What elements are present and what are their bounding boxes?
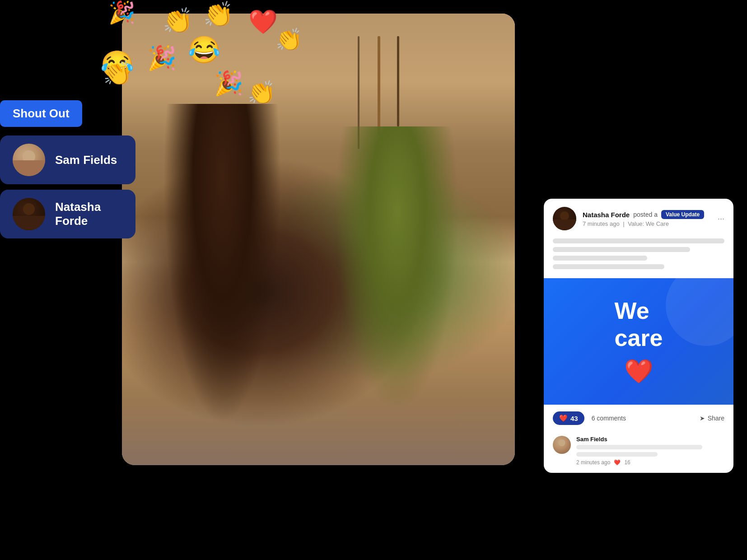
- emoji-clap-1: 👏: [163, 6, 193, 35]
- avatar-sam: [13, 144, 45, 176]
- emoji-heart-1: ❤️: [248, 8, 278, 36]
- post-author-name: Natasha Forde: [583, 211, 630, 219]
- post-more-button[interactable]: ···: [718, 214, 724, 224]
- emoji-party-2: 🎉: [147, 44, 177, 72]
- post-time: 7 minutes ago | Value: We Care: [583, 220, 711, 227]
- like-count: 43: [570, 415, 578, 422]
- we-care-text: We care: [615, 298, 663, 352]
- post-body-placeholder: [544, 235, 733, 278]
- emoji-party-3: 🎉: [214, 70, 243, 97]
- comment-author: Sam Fields: [576, 436, 724, 443]
- post-footer: ❤️ 43 6 comments ➤ Share: [544, 405, 733, 431]
- avatar-natasha: [13, 198, 45, 230]
- like-count-bubble[interactable]: ❤️ 43: [553, 411, 584, 425]
- user-card-sam[interactable]: Sam Fields: [0, 135, 135, 184]
- placeholder-line-3: [553, 256, 647, 261]
- comment-line-2: [576, 452, 658, 457]
- main-photo: [122, 14, 515, 465]
- post-header: Natasha Forde posted a Value Update 7 mi…: [544, 199, 733, 235]
- scene: 👏 🎉 👏 ❤️ 👏 😂 😂 🎉 👏 🎉 👏 Shout Out Sam Fie…: [0, 0, 747, 560]
- post-avatar-natasha: [553, 207, 576, 230]
- we-care-heart-icon: ❤️: [624, 358, 654, 385]
- emoji-party-1: 🎉: [108, 0, 135, 25]
- like-heart-icon: ❤️: [559, 414, 568, 422]
- we-care-card: We care ❤️: [544, 278, 733, 405]
- shout-out-button[interactable]: Shout Out: [0, 100, 82, 127]
- placeholder-line-4: [553, 264, 664, 269]
- comment-avatar-sam: [553, 436, 571, 454]
- post-card: Natasha Forde posted a Value Update 7 mi…: [544, 199, 733, 473]
- placeholder-line-1: [553, 238, 724, 243]
- comments-count: 6 comments: [592, 415, 692, 422]
- emoji-clap-5: 👏: [247, 79, 275, 106]
- user-card-natasha[interactable]: Natasha Forde: [0, 190, 135, 238]
- comment-like-count: 16: [624, 459, 630, 466]
- comment-placeholder: [576, 445, 724, 457]
- comment-like-icon: ❤️: [614, 459, 621, 466]
- user-name-natasha: Natasha Forde: [55, 200, 123, 228]
- post-meta: Natasha Forde posted a Value Update 7 mi…: [583, 210, 711, 227]
- share-button[interactable]: ➤ Share: [700, 415, 724, 422]
- comment-row: Sam Fields 2 minutes ago ❤️ 16: [544, 431, 733, 473]
- photo-background: [122, 14, 515, 465]
- comment-time: 2 minutes ago: [576, 459, 610, 466]
- emoji-laugh-2: 😂: [188, 34, 220, 65]
- user-name-sam: Sam Fields: [55, 153, 117, 167]
- comment-line-1: [576, 445, 702, 449]
- post-author-line: Natasha Forde posted a Value Update: [583, 210, 711, 219]
- emoji-clap-2: 👏: [203, 0, 233, 28]
- emoji-clap-4: 👏: [103, 60, 132, 87]
- emoji-clap-3: 👏: [275, 27, 303, 52]
- post-badge: Value Update: [661, 210, 704, 219]
- share-icon: ➤: [700, 415, 705, 422]
- comment-content: Sam Fields 2 minutes ago ❤️ 16: [576, 436, 724, 466]
- post-action: posted a: [633, 211, 658, 218]
- placeholder-line-2: [553, 247, 690, 252]
- comment-meta: 2 minutes ago ❤️ 16: [576, 459, 724, 466]
- share-label: Share: [708, 415, 724, 422]
